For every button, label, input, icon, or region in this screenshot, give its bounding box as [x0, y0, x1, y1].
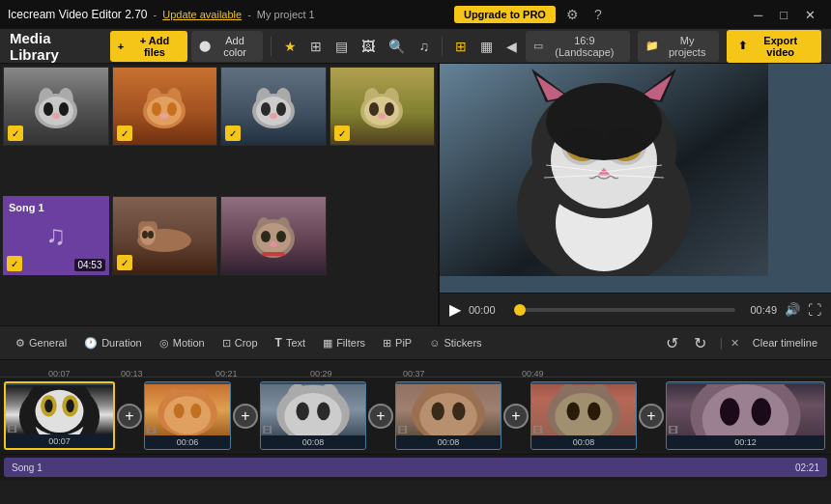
- media-thumb-5[interactable]: ✓: [112, 196, 218, 275]
- minimize-button[interactable]: ─: [746, 6, 770, 24]
- duration-tool-btn[interactable]: 🕐 Duration: [76, 333, 150, 353]
- thumb-check-3: ✓: [225, 126, 241, 141]
- aspect-ratio-button[interactable]: ▭ 16:9 (Landscape): [526, 31, 630, 62]
- help-icon-btn[interactable]: ?: [589, 5, 607, 24]
- filters-icon: ▦: [323, 337, 332, 350]
- gear-icon: ⚙: [15, 337, 25, 350]
- clip-4-duration: 00:08: [396, 435, 501, 449]
- svg-point-66: [604, 126, 646, 165]
- grid4-view-btn[interactable]: ⊞: [450, 36, 472, 57]
- svg-point-92: [452, 402, 466, 420]
- audio-track: Song 1 02:21: [0, 455, 831, 480]
- timeline-clip-6[interactable]: 00:12 🎞: [666, 381, 825, 450]
- svg-point-86: [317, 402, 330, 420]
- ruler-mark-3: 00:21: [215, 369, 238, 378]
- svg-point-33: [142, 231, 148, 238]
- ruler-mark-6: 00:49: [522, 369, 544, 378]
- right-toolbar: ▭ 16:9 (Landscape) 📁 My projects ⬆ Expor…: [526, 30, 821, 63]
- fullscreen-button[interactable]: ⛶: [808, 302, 821, 318]
- redo-button[interactable]: ↻: [688, 332, 712, 354]
- grid6-view-btn[interactable]: ▦: [475, 36, 498, 57]
- clear-timeline-button[interactable]: Clear timeline: [747, 335, 823, 350]
- collapse-panel-btn[interactable]: ◀: [501, 36, 522, 57]
- current-time: 00:00: [469, 304, 512, 316]
- media-thumb-1[interactable]: ✓: [3, 67, 109, 146]
- svg-point-98: [566, 402, 580, 420]
- svg-point-79: [174, 404, 185, 418]
- svg-point-91: [431, 402, 444, 420]
- total-duration: 00:49: [743, 304, 777, 316]
- update-link[interactable]: Update available: [162, 9, 242, 20]
- filmstrip-icon-4: 🎞: [398, 425, 408, 435]
- svg-point-18: [261, 102, 271, 116]
- star-filter-btn[interactable]: ★: [279, 36, 301, 57]
- svg-point-19: [276, 102, 286, 116]
- media-thumb-3[interactable]: ✓: [220, 67, 327, 146]
- music-note-icon: ♫: [45, 220, 66, 251]
- filmstrip-icon-3: 🎞: [263, 425, 272, 435]
- svg-point-99: [587, 402, 601, 420]
- timeline-clip-5[interactable]: 00:08 🎞: [530, 381, 637, 450]
- svg-point-13: [160, 113, 168, 119]
- svg-point-65: [561, 126, 604, 165]
- timeline-clip-1[interactable]: 00:07 🎞: [4, 381, 115, 450]
- toolbar-separator-2: [442, 37, 443, 56]
- music-filter-btn[interactable]: ♫: [414, 36, 434, 57]
- text-tool-btn[interactable]: T Text: [268, 332, 314, 353]
- edit-toolbar: ⚙ General 🕐 Duration ◎ Motion ⊡ Crop T T…: [0, 325, 831, 360]
- seek-bar[interactable]: [520, 308, 735, 312]
- preview-panel: ▶ 00:00 00:49 🔊 ⛶: [440, 64, 831, 325]
- song-card[interactable]: Song 1 ♫ ✓ 04:53: [3, 196, 109, 275]
- image-filter-btn[interactable]: 🖼: [357, 36, 380, 57]
- media-thumb-4[interactable]: ✓: [330, 67, 436, 146]
- svg-point-41: [270, 241, 277, 247]
- add-clip-btn-4[interactable]: +: [503, 404, 529, 429]
- projects-icon: 📁: [645, 40, 659, 52]
- crop-tool-btn[interactable]: ⊡ Crop: [215, 333, 266, 353]
- motion-tool-btn[interactable]: ◎ Motion: [152, 333, 213, 353]
- add-clip-btn-5[interactable]: +: [639, 404, 664, 429]
- video-preview: [440, 64, 831, 293]
- svg-point-80: [190, 404, 201, 418]
- stickers-icon: ☺: [429, 337, 440, 349]
- general-tool-btn[interactable]: ⚙ General: [8, 333, 74, 353]
- toolbar-separator: [271, 37, 272, 56]
- media-thumb-2[interactable]: ✓: [112, 67, 218, 146]
- media-thumb-6[interactable]: ✓: [220, 196, 327, 275]
- audio-clip-name: Song 1: [12, 462, 43, 473]
- grid-view-btn[interactable]: ⊞: [305, 36, 327, 57]
- timeline-clip-4[interactable]: 00:08 🎞: [395, 381, 501, 450]
- svg-point-40: [276, 231, 286, 242]
- search-filter-btn[interactable]: 🔍: [384, 36, 410, 57]
- ruler-mark-1: 00:07: [48, 369, 71, 378]
- list-view-btn[interactable]: ▤: [330, 36, 353, 57]
- titlebar-center: Upgrade to PRO ⚙ ?: [454, 5, 607, 24]
- undo-button[interactable]: ↺: [660, 332, 684, 354]
- settings-icon-btn[interactable]: ⚙: [561, 5, 584, 24]
- upgrade-button[interactable]: Upgrade to PRO: [454, 6, 556, 23]
- export-video-button[interactable]: ⬆ Export video: [727, 30, 821, 63]
- stickers-tool-btn[interactable]: ☺ Stickers: [421, 333, 489, 352]
- add-files-button[interactable]: + + Add files: [110, 31, 187, 62]
- video-track: 00:07 🎞 + 00:06 🎞 +: [0, 378, 831, 455]
- pip-tool-btn[interactable]: ⊞ PiP: [375, 333, 419, 353]
- add-clip-btn-3[interactable]: +: [368, 404, 393, 429]
- volume-icon[interactable]: 🔊: [785, 302, 800, 317]
- filters-tool-btn[interactable]: ▦ Filters: [315, 333, 373, 353]
- close-button[interactable]: ✕: [797, 6, 823, 24]
- svg-point-78: [164, 396, 211, 434]
- timeline-clip-2[interactable]: 00:06 🎞: [144, 381, 231, 450]
- timeline-clip-3[interactable]: 00:08 🎞: [260, 381, 366, 450]
- add-clip-btn-2[interactable]: +: [233, 404, 258, 429]
- svg-point-26: [385, 102, 394, 116]
- play-button[interactable]: ▶: [449, 300, 461, 319]
- filmstrip-icon-5: 🎞: [533, 425, 543, 435]
- song-check: ✓: [7, 256, 22, 271]
- add-clip-btn-1[interactable]: +: [117, 404, 142, 429]
- add-color-button[interactable]: ⬤ Add color: [191, 31, 264, 62]
- restore-button[interactable]: □: [772, 6, 795, 24]
- audio-clip[interactable]: Song 1 02:21: [4, 458, 827, 477]
- my-projects-button[interactable]: 📁 My projects: [638, 31, 720, 62]
- thumb-check-2: ✓: [117, 126, 132, 141]
- svg-point-85: [296, 402, 309, 420]
